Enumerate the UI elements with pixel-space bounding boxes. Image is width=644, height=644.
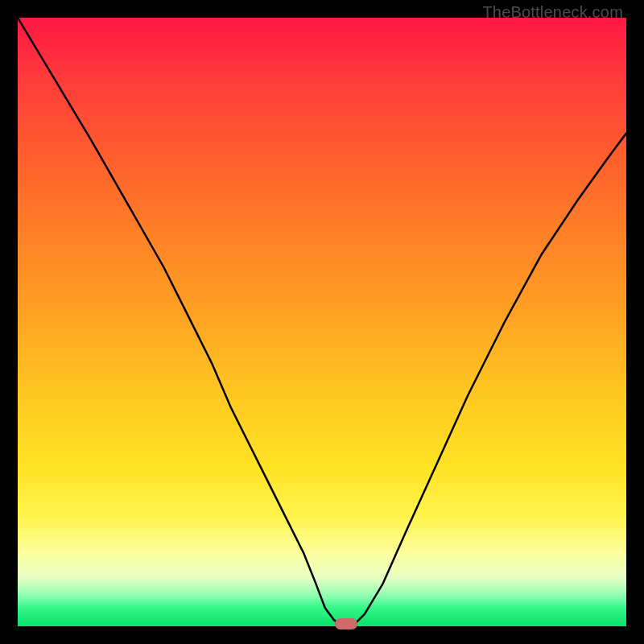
plot-area bbox=[18, 18, 626, 626]
optimum-marker bbox=[335, 618, 357, 630]
chart-frame: TheBottleneck.com bbox=[0, 0, 644, 644]
bottleneck-curve bbox=[18, 18, 626, 626]
attribution-text: TheBottleneck.com bbox=[482, 3, 623, 22]
